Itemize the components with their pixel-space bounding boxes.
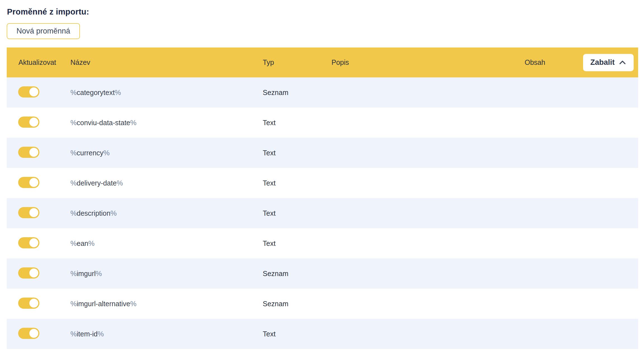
table-row: %imgurl% Seznam: [7, 258, 638, 289]
variable-type: Text: [263, 330, 332, 338]
variable-type: Text: [263, 149, 332, 157]
table-row: %ean% Text: [7, 228, 638, 258]
table-row: %conviu-data-state% Text: [7, 108, 638, 138]
variable-name: %delivery-date%: [70, 179, 263, 187]
new-variable-button[interactable]: Nová proměnná: [7, 23, 80, 39]
update-toggle[interactable]: [18, 207, 39, 218]
toggle-knob: [29, 148, 38, 157]
update-toggle[interactable]: [18, 298, 39, 309]
update-toggle-cell: [7, 237, 70, 250]
update-toggle[interactable]: [18, 86, 39, 98]
variable-name: %imgurl%: [70, 270, 263, 278]
variable-name: %conviu-data-state%: [70, 119, 263, 127]
update-toggle-cell: [7, 117, 70, 129]
table-row: %imgurl-alternative% Seznam: [7, 289, 638, 319]
toggle-knob: [29, 118, 38, 127]
update-toggle-cell: [7, 298, 70, 310]
toggle-knob: [29, 208, 38, 217]
column-header-content: Obsah: [525, 58, 545, 66]
variable-type: Seznam: [263, 270, 332, 278]
update-toggle[interactable]: [18, 177, 39, 188]
toggle-knob: [29, 299, 38, 308]
variable-type: Seznam: [263, 300, 332, 308]
variable-name: %description%: [70, 209, 263, 217]
variable-name: %categorytext%: [70, 89, 263, 97]
update-toggle[interactable]: [18, 267, 39, 279]
variable-type: Text: [263, 119, 332, 127]
chevron-up-icon: [619, 60, 626, 65]
variable-name: %ean%: [70, 239, 263, 248]
variable-name: %currency%: [70, 149, 263, 157]
column-header-type: Typ: [263, 58, 332, 66]
update-toggle-cell: [7, 267, 70, 280]
variables-table: Aktualizovat Název Typ Popis Obsah Zabal…: [7, 47, 638, 349]
table-row: %item-id% Text: [7, 319, 638, 349]
collapse-button-label: Zabalit: [590, 58, 615, 67]
variables-import-page: Proměnné z importu: Nová proměnná Aktual…: [0, 7, 644, 354]
variable-name: %item-id%: [70, 330, 263, 338]
collapse-button[interactable]: Zabalit: [583, 54, 634, 71]
toggle-knob: [29, 329, 38, 338]
toggle-knob: [29, 269, 38, 277]
column-header-update: Aktualizovat: [7, 58, 70, 66]
update-toggle-cell: [7, 147, 70, 159]
toggle-knob: [29, 87, 38, 96]
toggle-knob: [29, 178, 38, 187]
column-header-description: Popis: [332, 58, 525, 66]
update-toggle[interactable]: [18, 328, 39, 339]
table-row: %description% Text: [7, 198, 638, 228]
variable-name: %imgurl-alternative%: [70, 300, 263, 308]
update-toggle-cell: [7, 328, 70, 340]
column-header-name: Název: [70, 58, 263, 66]
update-toggle-cell: [7, 177, 70, 189]
page-title: Proměnné z importu:: [7, 7, 644, 16]
variable-type: Text: [263, 239, 332, 248]
table-row: %categorytext% Seznam: [7, 77, 638, 108]
table-row: %currency% Text: [7, 138, 638, 168]
table-row: %delivery-date% Text: [7, 168, 638, 198]
update-toggle[interactable]: [18, 237, 39, 248]
variable-type: Text: [263, 179, 332, 187]
variable-type: Seznam: [263, 89, 332, 97]
table-header-row: Aktualizovat Název Typ Popis Obsah Zabal…: [7, 47, 638, 77]
variable-type: Text: [263, 209, 332, 217]
update-toggle-cell: [7, 207, 70, 219]
toggle-knob: [29, 238, 38, 247]
column-header-content-wrap: Obsah Zabalit: [525, 47, 638, 77]
update-toggle[interactable]: [18, 147, 39, 158]
table-body: %categorytext% Seznam %conviu-data-state…: [7, 77, 638, 349]
update-toggle[interactable]: [18, 117, 39, 128]
update-toggle-cell: [7, 86, 70, 99]
